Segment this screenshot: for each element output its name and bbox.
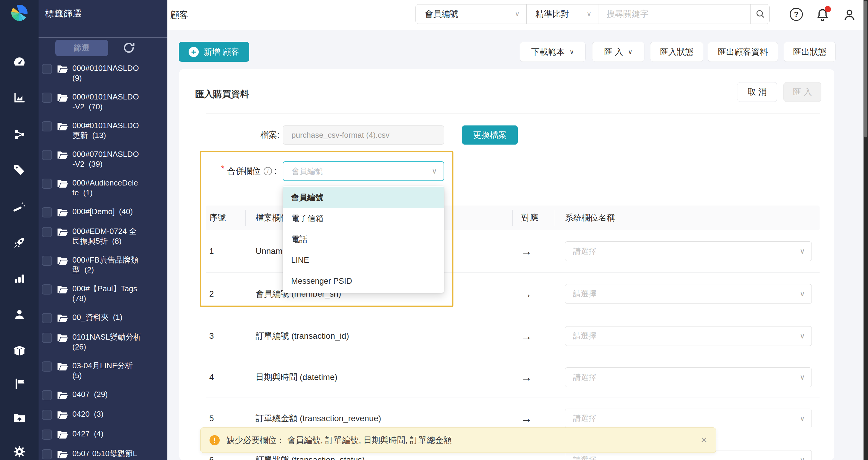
import-purchase-card: 匯入購買資料 取 消 匯 入 檔案: purchase_csv-format (…	[179, 69, 834, 460]
folder-item[interactable]: 0101NASL變動分析 (26)	[42, 329, 165, 356]
folder-item[interactable]: 000#【Paul】Tags (78)	[42, 280, 165, 307]
folder-item[interactable]: 000#0101NASLDO 更新 (13)	[42, 117, 165, 144]
folder-item[interactable]: 0420 (3)	[42, 406, 165, 424]
import-submit-button[interactable]: 匯 入	[783, 82, 822, 102]
search-scope-select[interactable]: 會員編號 ∨	[416, 4, 526, 24]
chevron-down-icon: ∨	[569, 48, 574, 56]
dropdown-option-email[interactable]: 電子信箱	[283, 208, 444, 229]
folder-checkbox[interactable]	[42, 430, 52, 440]
folder-checkbox[interactable]	[42, 333, 52, 343]
export-customers-label: 匯出顧客資料	[718, 46, 768, 58]
info-icon[interactable]: i	[264, 167, 272, 175]
folder-label: 000#0101NASLDO 更新 (13)	[72, 121, 139, 140]
add-customer-button[interactable]: + 新增 顧客	[179, 42, 249, 62]
rocket-icon[interactable]	[13, 236, 26, 249]
folder-checkbox[interactable]	[42, 207, 52, 218]
system-field-select[interactable]: 請選擇 ∨	[565, 326, 812, 346]
dropdown-option-member-sn[interactable]: 會員編號	[283, 187, 444, 208]
folder-checkbox[interactable]	[42, 313, 52, 323]
refresh-icon[interactable]	[122, 41, 136, 55]
folder-item[interactable]: 0407 (29)	[42, 386, 165, 404]
row-file-field: 訂單狀態 (transaction_status)	[255, 454, 365, 460]
export-customers-button[interactable]: 匯出顧客資料	[708, 42, 778, 62]
folder-icon	[57, 362, 69, 371]
notifications-bell-icon[interactable]	[815, 8, 830, 22]
filter-button[interactable]: 篩選	[55, 40, 108, 56]
folder-checkbox[interactable]	[42, 410, 52, 420]
match-mode-select[interactable]: 精準比對 ∨	[526, 4, 598, 24]
cancel-button[interactable]: 取 消	[737, 82, 777, 102]
customer-icon[interactable]	[13, 308, 26, 321]
share-network-icon[interactable]	[13, 128, 26, 141]
folder-icon	[57, 65, 69, 73]
magic-wand-icon[interactable]	[13, 200, 26, 213]
export-status-button[interactable]: 匯出狀態	[784, 42, 836, 62]
folder-item[interactable]: 0507-0510母親節L	[42, 445, 165, 460]
system-field-select[interactable]: 請選擇 ∨	[565, 241, 812, 261]
package-box-icon[interactable]	[13, 344, 26, 358]
folder-checkbox[interactable]	[42, 178, 52, 189]
search-button[interactable]	[750, 4, 769, 24]
close-icon[interactable]: ✕	[692, 435, 716, 445]
nav-rail	[0, 0, 38, 460]
folder-checkbox[interactable]	[42, 256, 52, 266]
search-input[interactable]	[598, 5, 750, 23]
import-status-button[interactable]: 匯入狀態	[650, 42, 703, 62]
tag-icon[interactable]	[13, 164, 26, 177]
folder-label: 000#AudienceDele te (1)	[72, 178, 138, 198]
system-field-select[interactable]: 請選擇 ∨	[565, 408, 812, 428]
folder-checkbox[interactable]	[42, 227, 52, 237]
folder-item[interactable]: 000#0101NASLDO (9)	[42, 60, 165, 87]
arrow-right-icon: →	[521, 245, 532, 258]
merge-field-select[interactable]: 會員編號 ∨	[283, 161, 444, 181]
chevron-down-icon: ∨	[515, 10, 520, 18]
folder-item[interactable]: 03-04月LINE分析 (5)	[42, 357, 165, 384]
folder-checkbox[interactable]	[42, 361, 52, 371]
folder-checkbox[interactable]	[42, 150, 52, 160]
folder-checkbox[interactable]	[42, 284, 52, 295]
chevron-down-icon: ∨	[800, 247, 805, 255]
folder-item[interactable]: 00_資料夾 (1)	[42, 309, 165, 327]
download-template-button[interactable]: 下載範本 ∨	[520, 42, 586, 62]
page-scrollbar-thumb[interactable]	[864, 1, 867, 137]
folder-item[interactable]: 0427 (4)	[42, 425, 165, 443]
change-file-button[interactable]: 更換檔案	[462, 126, 518, 144]
folder-item[interactable]: 000#0701NASLDO -V2 (39)	[42, 146, 165, 173]
folder-checkbox[interactable]	[42, 449, 52, 459]
row-index: 4	[209, 372, 214, 382]
bar-chart-icon[interactable]	[13, 272, 26, 285]
table-row: 4 日期與時間 (datetime) → 請選擇 ∨	[206, 357, 819, 398]
import-menu-button[interactable]: 匯 入 ∨	[592, 42, 644, 62]
folder-item[interactable]: 000#EDM-0724 全 民振興5折 (8)	[42, 223, 165, 250]
dropdown-option-phone[interactable]: 電話	[283, 229, 444, 250]
page-title: 顧客	[170, 0, 188, 30]
folder-item[interactable]: 000#0101NASLDO -V2 (70)	[42, 89, 165, 115]
folder-label: 0507-0510母親節L	[72, 449, 137, 459]
dashboard-icon[interactable]	[13, 55, 26, 68]
folder-item[interactable]: 000#[Demo] (40)	[42, 203, 165, 221]
folder-checkbox[interactable]	[42, 121, 52, 131]
folder-checkbox[interactable]	[42, 64, 52, 74]
gear-icon[interactable]	[13, 445, 26, 458]
folder-checkbox[interactable]	[42, 390, 52, 400]
sidebar-divider	[38, 37, 167, 38]
merge-field-dropdown: 會員編號 電子信箱 電話 LINE Messenger PSID	[283, 186, 444, 293]
system-field-select[interactable]: 請選擇 ∨	[565, 284, 812, 304]
app-screen: 標籤篩選 篩選 000#0101NASLDO (9) 000#0101NASLD…	[0, 0, 868, 460]
export-status-label: 匯出狀態	[793, 46, 827, 58]
row-index: 5	[209, 414, 214, 423]
folder-icon	[57, 93, 69, 102]
dropdown-option-messenger-psid[interactable]: Messenger PSID	[283, 271, 444, 292]
system-field-select[interactable]: 請選擇 ∨	[565, 367, 812, 387]
help-icon[interactable]: ?	[790, 8, 804, 22]
account-icon[interactable]	[842, 8, 857, 22]
analytics-chart-icon[interactable]	[13, 91, 26, 104]
chevron-down-icon: ∨	[628, 48, 632, 56]
folder-icon	[57, 122, 69, 131]
folder-upload-icon[interactable]	[13, 412, 26, 425]
dropdown-option-line[interactable]: LINE	[283, 250, 444, 271]
folder-item[interactable]: 000#AudienceDele te (1)	[42, 174, 165, 201]
folder-item[interactable]: 000#FB廣告品牌類 型 (2)	[42, 252, 165, 278]
folder-checkbox[interactable]	[42, 93, 52, 103]
flag-icon[interactable]	[13, 377, 26, 390]
